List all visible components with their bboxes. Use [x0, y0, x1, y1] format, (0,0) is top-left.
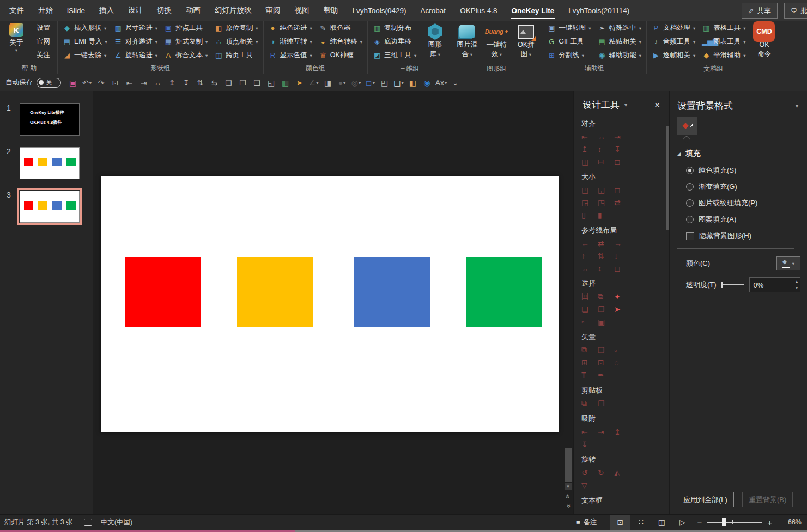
save-button[interactable]: ▣ [66, 76, 80, 89]
tab-home[interactable]: 开始 [31, 0, 60, 21]
hide-background-checkbox-row[interactable]: 隐藏背景图形(H) [686, 231, 807, 241]
shape-gallery-button[interactable]: 图形库 ▾ [421, 21, 449, 64]
paste-tools-button[interactable]: ▤粘贴相关▾ [594, 35, 645, 48]
fit-height-icon[interactable]: ▮ [598, 209, 614, 221]
radio-icon[interactable] [686, 216, 694, 223]
distribute-h-icon[interactable]: ◫ [581, 155, 598, 168]
fit-width-icon[interactable]: ▯ [581, 209, 598, 221]
send-backward-button[interactable]: ❐ [236, 76, 250, 89]
equal-size-icon[interactable]: ◻ [614, 184, 630, 196]
canvas-shape-green-square[interactable] [466, 257, 542, 327]
share-button[interactable]: ⬀ 共享 [742, 3, 778, 19]
start-slideshow-button[interactable]: ⊡ [108, 76, 122, 89]
bring-forward-button[interactable]: ❏ [222, 76, 235, 89]
assist-features-button[interactable]: ◉辅助功能▾ [594, 48, 645, 62]
tab-slideshow[interactable]: 幻灯片放映 [208, 0, 259, 21]
guide-v-margins-icon[interactable]: ↕ [598, 262, 614, 274]
pattern-fill-radio-row[interactable]: 图案填充(A) [686, 215, 807, 224]
transparency-slider[interactable] [721, 284, 744, 285]
paste-special-icon[interactable]: ❐ [598, 397, 614, 409]
text-effect-button[interactable]: Ax▾ [434, 76, 448, 89]
next-slide-button[interactable]: « [564, 502, 572, 511]
slide-thumbnail-1[interactable]: 1OneKey Lite插件OKPlus 4.8插件 [0, 103, 93, 136]
text-box-button[interactable]: ▤▾ [392, 76, 405, 89]
notes-button[interactable]: ≡ 备注 [576, 518, 597, 527]
tab-animations[interactable]: 动画 [179, 0, 208, 21]
table-tools-button[interactable]: ▦表格工具▾ [699, 21, 749, 35]
select-same-size-icon[interactable]: ⧉ [598, 290, 614, 303]
solid-color-transfer-button[interactable]: ◒纯色转移▾ [315, 35, 366, 48]
solid-fill-radio-row[interactable]: 纯色填充(S) [686, 166, 807, 175]
gradient-solid-swap-button[interactable]: ◑渐纯互转▾ [265, 35, 315, 48]
tab-okplus-48[interactable]: OKPlus 4.8 [453, 0, 504, 21]
align-top-button[interactable]: ↥ [165, 76, 179, 89]
scroll-down-button[interactable]: ▼ [565, 483, 572, 490]
chevron-down-icon[interactable]: ▾ [796, 103, 798, 109]
guide-grid-icon[interactable]: ◻ [614, 262, 630, 274]
settings-button[interactable]: 设置 [31, 21, 56, 35]
comments-button[interactable]: 🗨 批注 [784, 3, 807, 19]
radio-icon[interactable] [686, 183, 694, 191]
magic-select-icon[interactable]: ✦ [614, 290, 630, 303]
spinner-arrows[interactable]: ▴▾ [796, 278, 798, 291]
align-right-icon[interactable]: ⇥ [614, 130, 630, 143]
vertex-tools-button[interactable]: ∴顶点相关▾ [211, 35, 261, 48]
tab-transitions[interactable]: 切换 [150, 0, 179, 21]
color-picker-button[interactable]: ✎取色器 [315, 21, 366, 35]
spell-check-icon[interactable] [84, 519, 92, 526]
align-bottom-button[interactable]: ↧ [179, 76, 193, 89]
tab-insert[interactable]: 插入 [92, 0, 121, 21]
align-right-button[interactable]: ⇥ [137, 76, 150, 89]
size-step-button[interactable]: ▥尺寸递进▾ [111, 21, 161, 35]
tab-acrobat[interactable]: Acrobat [414, 0, 453, 21]
animation-pane-button[interactable]: ▥ [278, 76, 292, 89]
align-left-icon[interactable]: ⇤ [581, 130, 598, 143]
zoom-level[interactable]: 66% [779, 518, 802, 526]
three-d-tools-button[interactable]: ◩三维工具▾ [369, 48, 420, 62]
normal-view-button[interactable]: ⊡ [610, 515, 630, 530]
language-status[interactable]: 中文(中国) [101, 518, 132, 527]
chevron-down-icon[interactable]: ▾ [624, 102, 627, 108]
autosave-control[interactable]: 自动保存 关 [5, 78, 61, 88]
follow-button[interactable]: 关注 [31, 48, 56, 62]
align-step-button[interactable]: ☰对齐递进▾ [111, 35, 161, 48]
tab-islide[interactable]: iSlide [60, 0, 92, 21]
divider-lines-button[interactable]: ⊞分割线▾ [544, 48, 594, 62]
canvas-shape-yellow-square[interactable] [237, 257, 313, 327]
document-process-button[interactable]: P文档处理▾ [648, 21, 699, 35]
handle-tool-button[interactable]: ▣控点工具 [161, 21, 211, 35]
reset-background-button[interactable]: 重置背景(B) [742, 492, 793, 507]
duang-effect-button[interactable]: Duang✦一键特效 ▾ [482, 21, 511, 64]
copy-distribute-button[interactable]: ▥复制分布 [369, 21, 420, 35]
guide-left-icon[interactable]: ← [581, 237, 598, 249]
close-icon[interactable]: ✕ [651, 101, 664, 109]
align-bottom-icon[interactable]: ↧ [614, 143, 630, 155]
bool-union-icon[interactable]: ⧉ [581, 344, 598, 356]
audio-tools-button[interactable]: ♪音频工具▾ [648, 35, 699, 48]
color-swatch-button[interactable]: ◧ [406, 76, 420, 89]
one-key-remove-button[interactable]: ◢一键去除▾ [59, 48, 111, 62]
swap-size-icon[interactable]: ⇄ [614, 196, 630, 209]
bool-combine-icon[interactable]: ❐ [598, 344, 614, 356]
ok-collage-button[interactable]: OK拼图 ▾ [512, 21, 540, 64]
snap-top-icon[interactable]: ↥ [614, 425, 630, 438]
autosave-toggle[interactable]: 关 [37, 78, 61, 88]
transparency-value-input[interactable]: 0% ▴▾ [749, 277, 800, 292]
zoom-in-button[interactable]: + [763, 518, 776, 527]
slide-thumbnail-3[interactable]: 3 [0, 191, 93, 223]
ok-command-button[interactable]: CMDOK命令 [750, 21, 778, 64]
tab-onekey-lite[interactable]: OneKey Lite [504, 0, 561, 21]
shape-merge-button[interactable]: ◎▾ [349, 76, 363, 89]
copy-icon[interactable]: ⧉ [581, 397, 598, 409]
rotate-left-90-icon[interactable]: ↺ [581, 466, 598, 479]
guide-center-v-icon[interactable]: ⇅ [598, 249, 614, 262]
gradient-fill-radio-row[interactable]: 渐变填充(G) [686, 182, 807, 192]
align-middle-button[interactable]: ⇅ [193, 76, 207, 89]
gif-tools-button[interactable]: GGIF工具 [544, 35, 594, 48]
guide-h-margins-icon[interactable]: ↔ [581, 262, 598, 274]
design-panel-scrollbar[interactable] [666, 126, 669, 230]
redo-button[interactable]: ↷ [94, 76, 108, 89]
color-dropdown-button[interactable]: ▾ [776, 256, 800, 270]
canvas-scrollbar-thumb[interactable] [565, 448, 572, 482]
canvas-shape-blue-square[interactable] [354, 257, 430, 327]
